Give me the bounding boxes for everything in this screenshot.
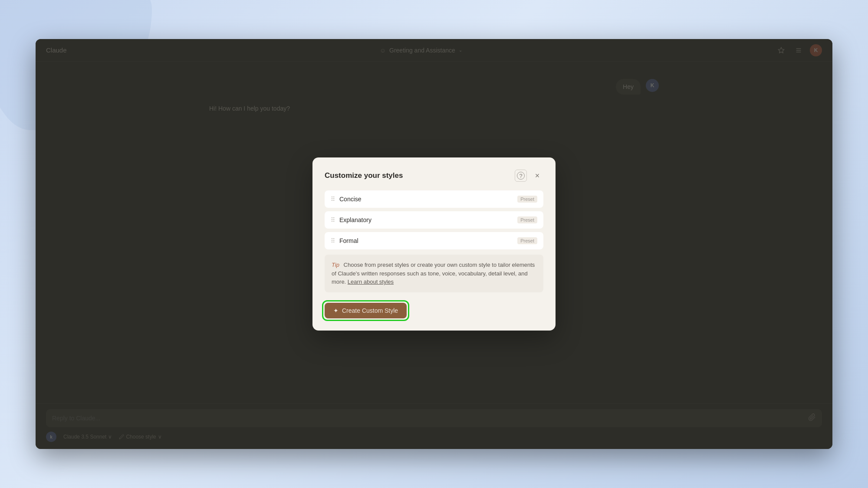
- style-item-concise[interactable]: ⠿ Concise Preset: [325, 190, 543, 208]
- modal-header-actions: ? ×: [515, 170, 543, 182]
- create-button-wrapper: ✦ Create Custom Style: [325, 303, 407, 318]
- preset-badge-formal: Preset: [517, 237, 537, 244]
- style-list: ⠿ Concise Preset ⠿ Explanatory Preset ⠿: [325, 190, 543, 249]
- create-custom-style-button[interactable]: ✦ Create Custom Style: [325, 303, 407, 318]
- style-item-explanatory[interactable]: ⠿ Explanatory Preset: [325, 211, 543, 229]
- app-window: Claude ☺ Greeting and Assistance ⌄ K: [36, 39, 832, 449]
- close-button[interactable]: ×: [531, 170, 543, 182]
- modal-overlay: Customize your styles ? × ⠿ Concise: [36, 39, 832, 449]
- create-icon: ✦: [333, 307, 339, 314]
- tip-box: Tip Choose from preset styles or create …: [325, 255, 543, 292]
- help-button[interactable]: ?: [515, 170, 527, 182]
- help-icon: ?: [517, 172, 525, 180]
- preset-badge-concise: Preset: [517, 196, 537, 203]
- tip-label: Tip: [332, 262, 339, 268]
- style-name-concise: Concise: [339, 196, 362, 203]
- drag-handle-icon: ⠿: [331, 216, 335, 223]
- customize-styles-modal: Customize your styles ? × ⠿ Concise: [312, 157, 556, 331]
- modal-header: Customize your styles ? ×: [325, 170, 543, 182]
- drag-handle-icon: ⠿: [331, 196, 335, 203]
- create-button-label: Create Custom Style: [342, 307, 398, 314]
- preset-badge-explanatory: Preset: [517, 216, 537, 223]
- style-name-formal: Formal: [339, 237, 358, 244]
- modal-title: Customize your styles: [325, 171, 403, 180]
- style-name-explanatory: Explanatory: [339, 216, 372, 223]
- learn-about-styles-link[interactable]: Learn about styles: [348, 278, 394, 285]
- close-icon: ×: [535, 171, 540, 180]
- drag-handle-icon: ⠿: [331, 237, 335, 244]
- style-item-formal[interactable]: ⠿ Formal Preset: [325, 232, 543, 249]
